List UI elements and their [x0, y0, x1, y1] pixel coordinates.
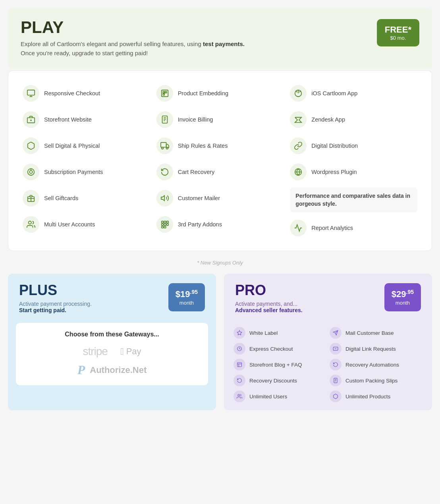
highlight-text: Performance and comparative sales data i… [295, 192, 412, 208]
feature-product-embedding: Product Embedding [153, 80, 287, 106]
feature-multiuser: Multi User Accounts [19, 211, 153, 238]
free-badge-sub: $0 mo. [385, 35, 411, 41]
page-wrapper: PLAY Explore all of Cartloom's elegant a… [8, 8, 432, 410]
svg-rect-12 [163, 91, 164, 93]
storefront-blog-icon [234, 359, 245, 371]
plus-desc: Activate payment processing. Start getti… [19, 301, 92, 313]
feature-label: Product Embedding [178, 90, 228, 97]
pro-features-grid: White Label Mail Customer Base Express C… [224, 323, 432, 410]
storefront-icon [23, 111, 39, 128]
gateways-title: Choose from these Gateways... [25, 331, 199, 338]
plans-row: PLUS Activate payment processing. Start … [8, 274, 432, 410]
feature-label: Multi User Accounts [44, 221, 95, 228]
pro-feature-label: Storefront Blog + FAQ [249, 362, 302, 368]
feature-label: Customer Mailer [178, 195, 220, 201]
paypal-logo: P [77, 363, 85, 377]
svg-point-49 [238, 394, 240, 396]
feature-label: Report Analytics [311, 225, 353, 231]
pro-price-badge: $29.95 month [384, 283, 421, 311]
recovery-auto-icon [330, 359, 342, 371]
features-col1: Responsive Checkout Storefront Website S… [19, 80, 153, 241]
cart-recovery-icon [156, 164, 173, 180]
feature-label: Invoice Billing [178, 116, 213, 123]
pro-feature-label: Recovery Discounts [249, 378, 297, 384]
feature-cart-recovery: Cart Recovery [153, 159, 287, 185]
plus-price-main: $19.95 [176, 289, 198, 299]
unlimited-products-icon [330, 390, 342, 402]
pro-card: PRO Activate payments, and... Advanced s… [224, 274, 432, 410]
svg-rect-14 [165, 91, 167, 93]
features-col2: Product Embedding Invoice Billing Ship R… [153, 80, 287, 241]
plus-title: PLUS [19, 283, 92, 297]
plus-gateways: Choose from these Gateways... stripe  P… [16, 323, 208, 385]
feature-responsive-checkout: Responsive Checkout [19, 80, 153, 106]
pro-desc: Activate payments, and... Advanced selle… [235, 301, 303, 313]
feature-label: Storefront Website [44, 116, 92, 123]
svg-rect-24 [164, 221, 166, 223]
feature-label: iOS Cartloom App [311, 90, 357, 97]
feature-zendesk: Zendesk App [287, 106, 421, 133]
play-title: PLAY [21, 19, 377, 36]
responsive-checkout-icon [23, 85, 39, 102]
plus-header: PLUS Activate payment processing. Start … [8, 274, 216, 323]
pro-feature-mail-customer: Mail Customer Base [330, 327, 423, 339]
svg-rect-13 [163, 94, 164, 95]
svg-point-21 [166, 147, 168, 149]
pro-feature-label: Recovery Automations [345, 362, 399, 368]
pro-info: PRO Activate payments, and... Advanced s… [235, 283, 303, 313]
wordpress-icon [290, 164, 307, 180]
pro-feature-label: Digital Link Requests [345, 346, 396, 352]
svg-rect-30 [164, 226, 166, 228]
product-embedding-icon [156, 85, 173, 102]
pro-feature-express-checkout: Express Checkout [234, 343, 326, 355]
pro-feature-unlimited-users: Unlimited Users [234, 390, 326, 402]
report-analytics-icon [290, 220, 307, 236]
feature-giftcards: Sell Giftcards [19, 185, 153, 211]
feature-label: Responsive Checkout [44, 90, 100, 97]
pro-feature-white-label: White Label [234, 327, 326, 339]
free-badge: FREE* $0 mo. [377, 19, 419, 46]
svg-point-10 [29, 221, 31, 224]
features-card: Responsive Checkout Storefront Website S… [8, 70, 432, 251]
pro-feature-recovery-discounts: Recovery Discounts [234, 375, 326, 386]
3rd-party-icon [156, 216, 173, 233]
ios-app-icon [290, 85, 307, 102]
stripe-logo: stripe [83, 345, 107, 358]
svg-rect-19 [161, 143, 166, 147]
digital-distribution-icon [290, 137, 307, 154]
feature-report-analytics: Report Analytics [287, 215, 421, 241]
applepay-text: Pay [126, 346, 141, 357]
feature-label: Digital Distribution [311, 143, 358, 149]
unlimited-users-icon [234, 390, 245, 402]
feature-invoice-billing: Invoice Billing [153, 106, 287, 133]
multiuser-icon [23, 216, 39, 233]
packing-slips-icon [330, 375, 342, 386]
feature-label: 3rd Party Addons [178, 221, 222, 228]
feature-label: Ship Rules & Rates [178, 143, 228, 149]
plus-price-sub: month [176, 300, 198, 306]
pro-price-main: $29.95 [392, 289, 414, 299]
svg-marker-36 [237, 330, 242, 335]
features-col3: iOS Cartloom App Zendesk App Digital Dis… [287, 80, 421, 241]
pro-feature-label: Unlimited Products [345, 394, 390, 400]
gateways-row-2: P Authorize.Net [77, 363, 147, 377]
feature-label: Sell Giftcards [44, 195, 78, 201]
subscription-icon [23, 164, 39, 180]
giftcards-icon [23, 190, 39, 207]
white-label-icon [234, 327, 245, 339]
pro-feature-digital-link: Digital Link Requests [330, 343, 423, 355]
authorizenet-logo: Authorize.Net [90, 365, 147, 375]
feature-3rd-party: 3rd Party Addons [153, 211, 287, 238]
svg-marker-22 [161, 196, 164, 201]
feature-label: Sell Digital & Physical [44, 143, 100, 149]
gateways-row-1: stripe  Pay [83, 345, 141, 358]
feature-ship-rules: Ship Rules & Rates [153, 133, 287, 159]
ship-rules-icon [156, 137, 173, 154]
digital-physical-icon [23, 137, 39, 154]
svg-rect-29 [161, 226, 163, 228]
plus-price-badge: $19.95 month [168, 283, 205, 311]
svg-rect-27 [164, 224, 166, 226]
feature-label: Cart Recovery [178, 169, 215, 175]
pro-feature-packing-slips: Custom Packing Slips [330, 375, 423, 386]
feature-subscription: Subscription Payments [19, 159, 153, 185]
